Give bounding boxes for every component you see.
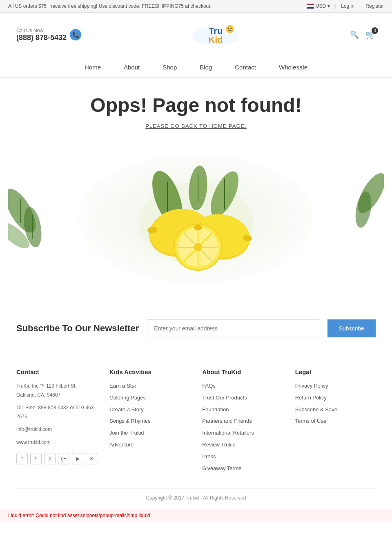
googleplus-icon[interactable]: g+ — [58, 453, 69, 464]
youtube-icon[interactable]: ▶ — [72, 453, 83, 464]
footer-link-partners[interactable]: Partners and Friends — [202, 417, 283, 426]
footer-grid: Contact TruKid Inc.™ 129 Filbert St. Oak… — [16, 368, 376, 476]
footer-link-return-policy[interactable]: Return Policy — [295, 394, 376, 402]
nav-item-blog[interactable]: Blog — [188, 57, 223, 77]
header: Call Us Now (888) 878-5432 📞 Tru Kid 🔍 🛒… — [0, 13, 392, 57]
main-navigation: Home About Shop Blog Contact Wholesale — [0, 57, 392, 78]
footer-kids-activities-title: Kids Activities — [109, 368, 190, 375]
footer-link-international-retailers[interactable]: International Retailers — [202, 429, 283, 437]
lemon-illustration — [8, 141, 384, 297]
footer-kids-activities-column: Kids Activities Earn a Star Coloring Pag… — [109, 368, 190, 476]
nav-item-shop[interactable]: Shop — [151, 57, 188, 77]
footer-link-trust-products[interactable]: Trust Our Products — [202, 394, 283, 402]
divider2: · — [359, 3, 361, 9]
newsletter-title: Subscribe To Our Newsletter — [16, 323, 139, 335]
footer-link-press[interactable]: Press — [202, 453, 283, 461]
footer-contact-column: Contact TruKid Inc.™ 129 Filbert St. Oak… — [16, 368, 97, 476]
email-link[interactable]: info@trukid.com — [16, 426, 52, 432]
top-bar-right: USD ▾ | Log in · Register — [307, 3, 384, 9]
twitter-icon[interactable]: t — [30, 453, 42, 464]
cart-button[interactable]: 🛒 0 — [365, 30, 376, 40]
copyright-text: Copyright © 2017 Trukid - All Rights Res… — [146, 495, 246, 501]
footer-legal-title: Legal — [295, 368, 376, 375]
cart-badge: 0 — [372, 27, 378, 34]
page-title: Opps! Page not found! — [8, 94, 384, 116]
subscribe-button[interactable]: Subscribe — [327, 319, 376, 337]
footer-link-coloring-pages[interactable]: Coloring Pages — [109, 394, 190, 402]
chevron-down-icon: ▾ — [327, 3, 330, 9]
phone-section: Call Us Now (888) 878-5432 📞 — [16, 28, 81, 42]
call-us-label: Call Us Now — [16, 28, 67, 33]
website-link[interactable]: www.trukid.com — [16, 439, 51, 445]
footer-legal-column: Legal Privacy Policy Return Policy Subsc… — [295, 368, 376, 476]
search-button[interactable]: 🔍 — [350, 30, 359, 39]
svg-point-3 — [226, 25, 234, 33]
footer-link-earn-star[interactable]: Earn a Star — [109, 382, 190, 390]
main-content: Opps! Page not found! PLEASE GO BACK TO … — [0, 78, 392, 305]
phone-text-group: Call Us Now (888) 878-5432 — [16, 28, 67, 42]
currency-label: USD — [316, 3, 326, 9]
footer-address: TruKid Inc.™ 129 Filbert St. Oakland, CA… — [16, 382, 97, 399]
newsletter-email-input[interactable] — [147, 319, 319, 337]
logo-image: Tru Kid — [187, 21, 244, 47]
footer-about-trukid-column: About TruKid FAQs Trust Our Products Fou… — [202, 368, 283, 476]
svg-point-4 — [228, 28, 229, 29]
login-link[interactable]: Log in — [341, 3, 354, 9]
newsletter-section: Subscribe To Our Newsletter Subscribe — [0, 305, 392, 352]
currency-selector[interactable]: USD ▾ — [307, 3, 330, 9]
nav-item-home[interactable]: Home — [73, 57, 112, 77]
footer-link-adventure[interactable]: Adventure — [109, 441, 190, 449]
logo-section[interactable]: Tru Kid — [187, 21, 244, 49]
lemon-image — [131, 157, 261, 280]
footer-link-foundation[interactable]: Foundation — [202, 406, 283, 414]
footer-link-create-story[interactable]: Create a Story — [109, 406, 190, 414]
footer-about-trukid-title: About TruKid — [202, 368, 283, 375]
phone-number: (888) 878-5432 — [16, 33, 67, 42]
email-social-icon[interactable]: ✉ — [86, 453, 97, 464]
footer-link-subscribe-save[interactable]: Subscribe & Save — [295, 406, 376, 414]
header-right: 🔍 🛒 0 — [350, 30, 376, 40]
svg-point-5 — [231, 28, 232, 29]
top-bar: All US orders $75+ receive free shipping… — [0, 0, 392, 13]
liquid-error-message: Liquid error: Could not find asset snipp… — [8, 513, 150, 518]
promo-text: All US orders $75+ receive free shipping… — [8, 3, 212, 9]
footer-contact-title: Contact — [16, 368, 97, 375]
go-back-link[interactable]: PLEASE GO BACK TO HOME PAGE. — [145, 123, 247, 129]
flag-icon — [307, 4, 314, 9]
lemon-svg-container — [131, 157, 261, 281]
liquid-error: Liquid error: Could not find asset snipp… — [0, 509, 392, 522]
footer-link-songs-rhymes[interactable]: Songs & Rhymes — [109, 417, 190, 426]
footer-phone: Toll-Free: 888-878-5432 or 510-463-2676 — [16, 404, 97, 421]
facebook-icon[interactable]: f — [16, 453, 28, 464]
phone-icon: 📞 — [70, 29, 81, 40]
footer-link-privacy-policy[interactable]: Privacy Policy — [295, 382, 376, 390]
left-leaves-decoration — [8, 178, 49, 260]
pinterest-icon[interactable]: p — [44, 453, 56, 464]
footer-link-review-trukid[interactable]: Review Trukid — [202, 441, 283, 449]
footer-link-terms-of-use[interactable]: Terms of Use — [295, 417, 376, 426]
footer-link-faqs[interactable]: FAQs — [202, 382, 283, 390]
footer-bottom: Copyright © 2017 Trukid - All Rights Res… — [16, 488, 376, 501]
social-icons: f t p g+ ▶ ✉ — [16, 453, 97, 464]
go-back-text: PLEASE GO BACK TO HOME PAGE. — [8, 123, 384, 129]
nav-item-contact[interactable]: Contact — [223, 57, 267, 77]
footer-website: www.trukid.com — [16, 438, 97, 447]
divider: | — [335, 3, 336, 9]
footer: Contact TruKid Inc.™ 129 Filbert St. Oak… — [0, 352, 392, 509]
register-link[interactable]: Register — [365, 3, 384, 9]
nav-item-wholesale[interactable]: Wholesale — [267, 57, 319, 77]
footer-link-giveaway-terms[interactable]: Giveaway Terms — [202, 464, 283, 473]
svg-text:Kid: Kid — [208, 35, 223, 45]
svg-point-36 — [194, 225, 202, 230]
nav-item-about[interactable]: About — [112, 57, 151, 77]
right-leaves-decoration — [351, 173, 384, 234]
footer-link-join-trukid[interactable]: Join the Trukid — [109, 429, 190, 437]
footer-email: info@trukid.com — [16, 425, 97, 434]
svg-point-35 — [194, 243, 202, 251]
